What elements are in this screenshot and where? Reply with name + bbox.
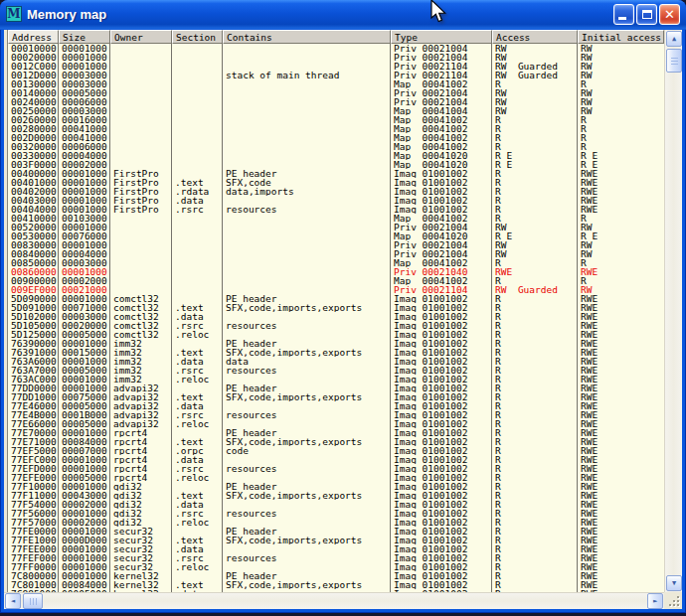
table-row[interactable]: 0084000000004000Priv 00021004RWRW: [8, 249, 664, 258]
table-row[interactable]: 77EFC00000001000rpcrt4.dataImag 01001002…: [8, 455, 664, 464]
table-row[interactable]: 0040200000001000FirstPro.rdatadata,impor…: [8, 187, 664, 196]
table-row[interactable]: 0001000000001000Priv 00021004RWRW: [8, 44, 664, 53]
table-row[interactable]: 77FE000000001000secur32PE headerImag 010…: [8, 527, 664, 536]
table-row[interactable]: 77FEE00000001000secur32.dataImag 0100100…: [8, 544, 664, 553]
table-row[interactable]: 763AC00000001000imm32.relocImag 01001002…: [8, 375, 664, 384]
table-row[interactable]: 0086000000001000Priv 00021040RWERWE: [8, 267, 664, 276]
table-row[interactable]: 77E4600000005000advapi32.dataImag 010010…: [8, 401, 664, 410]
scroll-left-button[interactable]: ◄: [5, 593, 21, 609]
minimize-button[interactable]: [613, 4, 634, 25]
resize-grip[interactable]: [664, 592, 682, 609]
table-row[interactable]: 0052000000001000Priv 00021004RWRW: [8, 223, 664, 231]
table-row[interactable]: 7639100000015000imm32.textSFX,code,impor…: [8, 348, 664, 357]
table-row[interactable]: 0090000000002000Map 00041002RR: [8, 276, 664, 285]
table-row[interactable]: 77F1000000001000gdi32PE headerImag 01001…: [8, 482, 664, 491]
table-row[interactable]: 5D09000000001000comctl32PE headerImag 01…: [8, 294, 664, 303]
table-row[interactable]: 5D10500000020000comctl32.rsrcresourcesIm…: [8, 321, 664, 330]
table-row[interactable]: 0012D00000003000stack of main threadPriv…: [8, 71, 664, 79]
cell-section: [172, 169, 223, 178]
table-row[interactable]: 7C80000000001000kernel32PE headerImag 01…: [8, 571, 664, 580]
column-header-type[interactable]: Type: [391, 30, 492, 44]
cell-type: Map 00041020: [391, 231, 492, 240]
horizontal-scrollbar[interactable]: ◄ ►: [4, 592, 664, 609]
table-row[interactable]: 0040100000001000FirstPro.textSFX,codeIma…: [8, 178, 664, 187]
table-row[interactable]: 77EFD00000001000rpcrt4.rsrcresourcesImag…: [8, 464, 664, 473]
scroll-up-button[interactable]: ▲: [666, 31, 682, 47]
table-row[interactable]: 5D12500000005000comctl32.relocImag 01001…: [8, 330, 664, 339]
table-row[interactable]: 77FF000000001000secur32.relocImag 010010…: [8, 562, 664, 571]
table-row[interactable]: 0024000000006000Priv 00021004RWRW: [8, 97, 664, 106]
table-row[interactable]: 0025000000003000Map 00041004RWRW: [8, 106, 664, 115]
table-row[interactable]: 77FEF00000001000secur32.rsrcresourcesIma…: [8, 553, 664, 562]
table-row[interactable]: 0002000000001000Priv 00021004RWRW: [8, 53, 664, 62]
table-row[interactable]: 0041000000103000Map 00041002RR: [8, 214, 664, 223]
table-row[interactable]: 0040300000001000FirstPro.dataImag 010010…: [8, 196, 664, 205]
table-row[interactable]: 0012C00000001000Priv 00021104RW GuardedR…: [8, 62, 664, 71]
table-row[interactable]: 77DD000000001000advapi32PE headerImag 01…: [8, 384, 664, 392]
cell-access: R: [492, 536, 578, 544]
close-button[interactable]: ✕: [659, 4, 680, 25]
table-row[interactable]: 77EF500000007000rpcrt4.orpccodeImag 0100…: [8, 446, 664, 455]
table-row[interactable]: 763A700000005000imm32.rsrcresourcesImag …: [8, 366, 664, 375]
cell-owner: [110, 115, 172, 124]
maximize-button[interactable]: [636, 4, 657, 25]
table-row[interactable]: 0026000000016000Map 00041002RR: [8, 115, 664, 124]
column-header-size[interactable]: Size: [59, 30, 110, 44]
table-row[interactable]: 77EFE00000005000rpcrt4.relocImag 0100100…: [8, 473, 664, 482]
table-row[interactable]: 0085000000003000Map 00041002RR: [8, 258, 664, 267]
cell-type: Map 00041002: [391, 133, 492, 142]
table-row[interactable]: 0083000000001000Priv 00021004RWRW: [8, 240, 664, 249]
table-row[interactable]: 77E6600000005000advapi32.relocImag 01001…: [8, 419, 664, 428]
cell-type: Imag 01001002: [391, 312, 492, 321]
table-row[interactable]: 77F5600000001000gdi32.rsrcresourcesImag …: [8, 509, 664, 518]
table-row[interactable]: 77F5400000002000gdi32.dataImag 01001002R…: [8, 500, 664, 509]
cell-owner: [110, 88, 172, 97]
table-row[interactable]: 5D10200000003000comctl32.dataImag 010010…: [8, 312, 664, 321]
scroll-right-button[interactable]: ►: [647, 593, 663, 609]
cell-section: [172, 79, 223, 88]
column-header-access[interactable]: Access: [492, 30, 578, 44]
scroll-down-button[interactable]: ▼: [666, 575, 682, 591]
table-row[interactable]: 003F000000002000Map 00041020R ER E: [8, 160, 664, 169]
table-row[interactable]: 002D000000041000Map 00041002RR: [8, 133, 664, 142]
cell-type: Priv 00021104: [391, 62, 492, 71]
table-row[interactable]: 5D09100000071000comctl32.textSFX,code,im…: [8, 303, 664, 312]
table-row[interactable]: 009EF00000021000Priv 00021104RW GuardedR…: [8, 285, 664, 294]
table-row[interactable]: 77E4B0000001B000advapi32.rsrcresourcesIm…: [8, 410, 664, 419]
cell-address: 00260000: [8, 115, 59, 124]
table-row[interactable]: 0032000000006000Map 00041002RR: [8, 142, 664, 151]
table-row[interactable]: 7639000000001000imm32PE headerImag 01001…: [8, 339, 664, 348]
table-row[interactable]: 0040000000001000FirstProPE headerImag 01…: [8, 169, 664, 178]
table-row[interactable]: 763A600000001000imm32.datadataImag 01001…: [8, 357, 664, 366]
table-row[interactable]: 0053000000076000Map 00041020R ER E: [8, 231, 664, 240]
table-row[interactable]: 0013000000003000Map 00041002RR: [8, 79, 664, 88]
table-row[interactable]: 77E7100000084000rpcrt4.textSFX,code,impo…: [8, 437, 664, 446]
table-row[interactable]: 77F5700000002000gdi32.relocImag 01001002…: [8, 518, 664, 527]
cell-initial_access: RWE: [578, 518, 664, 527]
table-row[interactable]: 77FE10000000D000secur32.textSFX,code,imp…: [8, 536, 664, 544]
horizontal-scroll-thumb[interactable]: [23, 593, 43, 609]
column-header-address[interactable]: Address: [8, 30, 59, 44]
table-row[interactable]: 0028000000041000Map 00041002RR: [8, 124, 664, 133]
column-header-contains[interactable]: Contains: [223, 30, 391, 44]
table-row[interactable]: 7C80100000084000kernel32.textSFX,code,im…: [8, 580, 664, 589]
cell-access: R E: [492, 151, 578, 160]
column-header-owner[interactable]: Owner: [110, 30, 172, 44]
cell-initial_access: RWE: [578, 178, 664, 187]
table-row[interactable]: 0040400000001000FirstPro.rsrcresourcesIm…: [8, 205, 664, 214]
table-row[interactable]: 0033000000004000Map 00041020R ER E: [8, 151, 664, 160]
cell-contains: [223, 285, 391, 294]
column-header-section[interactable]: Section: [172, 30, 223, 44]
table-row[interactable]: 77F1100000043000gdi32.textSFX,code,impor…: [8, 491, 664, 500]
vertical-scrollbar[interactable]: ▲ ▼: [664, 30, 682, 592]
cell-type: Imag 01001002: [391, 392, 492, 401]
table-row[interactable]: 0014000000005000Priv 00021004RWRW: [8, 88, 664, 97]
cell-size: 00015000: [59, 348, 110, 357]
column-header-initial_access[interactable]: Initial access: [578, 30, 664, 44]
cell-contains: [223, 473, 391, 482]
title-bar[interactable]: M Memory map ✕: [0, 0, 686, 30]
table-row[interactable]: 77E7000000001000rpcrt4PE headerImag 0100…: [8, 428, 664, 437]
table-row[interactable]: 77DD100000075000advapi32.textSFX,code,im…: [8, 392, 664, 401]
vertical-scroll-thumb[interactable]: [666, 49, 682, 73]
cell-size: 00084000: [59, 437, 110, 446]
